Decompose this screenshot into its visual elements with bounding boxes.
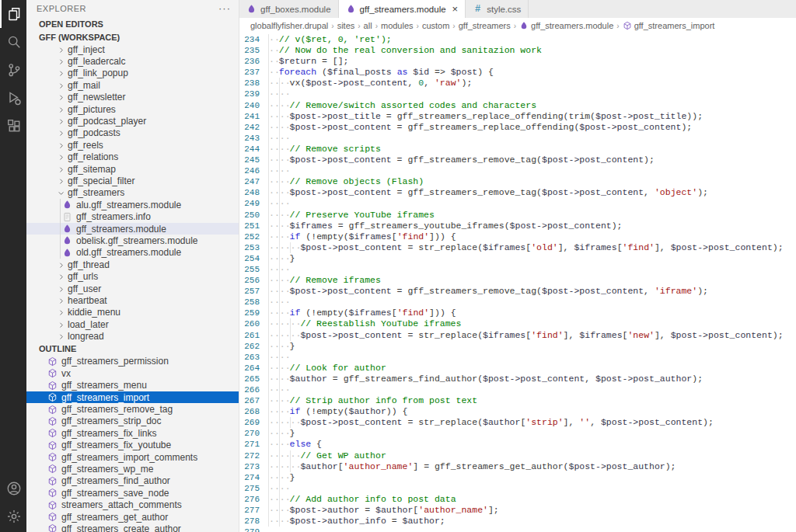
code-line-256[interactable]: 256····// Remove iframes bbox=[239, 275, 796, 286]
code-line-257[interactable]: 257····$post->post_content = gff_streame… bbox=[239, 286, 796, 297]
activity-bar-item-settings[interactable] bbox=[0, 502, 26, 530]
activity-bar-item-explorer[interactable] bbox=[0, 0, 26, 28]
code-editor[interactable]: 234··// v($ret, 0, 'ret');235··// Now do… bbox=[239, 33, 796, 532]
code-line-261[interactable]: 261······$post->post_content = str_repla… bbox=[239, 330, 796, 341]
workspace-header[interactable]: GFF (WORKSPACE) bbox=[26, 30, 239, 43]
code-line-250[interactable]: 250····// Preserve YouTube iframes bbox=[239, 210, 796, 221]
code-line-263[interactable]: 263···· bbox=[239, 352, 796, 363]
tree-item-gff-sitemap[interactable]: gff_sitemap bbox=[26, 163, 239, 175]
code-line-278[interactable]: 278····$post->author_info = $author; bbox=[239, 516, 796, 527]
tree-item-longread[interactable]: longread bbox=[26, 330, 239, 342]
tree-item-old-gff-streamers-module[interactable]: old.gff_streamers.module bbox=[26, 247, 239, 259]
open-editors-header[interactable]: OPEN EDITORS bbox=[26, 17, 239, 30]
code-line-239[interactable]: 239···· bbox=[239, 89, 796, 99]
code-line-242[interactable]: 242····$post->post_content = gff_streame… bbox=[239, 122, 796, 133]
code-line-235[interactable]: 235··// Now do the real conversion and s… bbox=[239, 45, 796, 56]
code-line-272[interactable]: 272······// Get WP author bbox=[239, 450, 796, 461]
code-line-238[interactable]: 238····vx($post->post_content, 0, 'raw')… bbox=[239, 78, 796, 89]
code-line-237[interactable]: 237··foreach ($final_posts as $id => $po… bbox=[239, 67, 796, 78]
outline-item-gff-streamers-find-author[interactable]: gff_streamers_find_author bbox=[26, 475, 239, 487]
code-line-268[interactable]: 268····if (!empty($author)) { bbox=[239, 406, 796, 417]
outline-item-gff-streamers-permission[interactable]: gff_streamers_permission bbox=[26, 356, 239, 367]
activity-bar-item-extensions[interactable] bbox=[0, 112, 26, 140]
breadcrumb-item-gff-streamers[interactable]: gff_streamers bbox=[459, 21, 511, 30]
breadcrumb-item-globalflyfisher-drupal[interactable]: globalflyfisher.drupal bbox=[250, 21, 328, 30]
tree-item-gff-streamers-module[interactable]: gff_streamers.module bbox=[26, 223, 239, 235]
tree-item-heartbeat[interactable]: heartbeat bbox=[26, 294, 239, 306]
code-line-262[interactable]: 262····} bbox=[239, 341, 796, 352]
code-line-260[interactable]: 260······// Reestablish YouTube iframes bbox=[239, 318, 796, 329]
tree-item-gff-leadercalc[interactable]: gff_leadercalc bbox=[26, 55, 239, 67]
code-line-246[interactable]: 246···· bbox=[239, 165, 796, 176]
breadcrumb-item-gff-streamers-module[interactable]: gff_streamers.module bbox=[519, 21, 613, 30]
code-line-249[interactable]: 249···· bbox=[239, 198, 796, 209]
code-line-243[interactable]: 243···· bbox=[239, 133, 796, 144]
code-line-247[interactable]: 247····// Remove objects (Flash) bbox=[239, 176, 796, 187]
tree-item-gff-special-filter[interactable]: gff_special_filter bbox=[26, 175, 239, 186]
outline-item-vx[interactable]: vx bbox=[26, 367, 239, 379]
outline-item-gff-streamers-wp-me[interactable]: gff_streamers_wp_me bbox=[26, 463, 239, 475]
tree-item-kiddie-menu[interactable]: kiddie_menu bbox=[26, 307, 239, 318]
breadcrumb-item-gff-streamers-import[interactable]: gff_streamers_import bbox=[623, 21, 715, 30]
code-line-240[interactable]: 240····// Remove/switch assorted codes a… bbox=[239, 100, 796, 111]
outline-item-gff-streamers-import-comments[interactable]: gff_streamers_import_comments bbox=[26, 451, 239, 463]
tree-item-gff-podcasts[interactable]: gff_podcasts bbox=[26, 127, 239, 139]
code-line-245[interactable]: 245····$post->post_content = gff_streame… bbox=[239, 155, 796, 165]
code-line-255[interactable]: 255···· bbox=[239, 264, 796, 275]
tree-item-gff-newsletter[interactable]: gff_newsletter bbox=[26, 92, 239, 103]
code-line-274[interactable]: 274····} bbox=[239, 472, 796, 483]
outline-item-gff-streamers-remove-tag[interactable]: gff_streamers_remove_tag bbox=[26, 403, 239, 415]
code-line-241[interactable]: 241····$post->post_title = gff_streamers… bbox=[239, 111, 796, 122]
outline-item-gff-streamers-import[interactable]: gff_streamers_import bbox=[26, 391, 239, 403]
outline-item-gff-streamers-get-author[interactable]: gff_streamers_get_author bbox=[26, 511, 239, 523]
more-actions-icon[interactable]: ··· bbox=[218, 5, 231, 12]
code-line-267[interactable]: 267····// Strip author info from post te… bbox=[239, 395, 796, 406]
code-line-266[interactable]: 266···· bbox=[239, 384, 796, 395]
code-line-259[interactable]: 259····if (!empty($iframes['find'])) { bbox=[239, 308, 796, 318]
tree-item-load-later[interactable]: load_later bbox=[26, 318, 239, 330]
close-icon[interactable]: × bbox=[452, 4, 459, 14]
tree-item-gff-relations[interactable]: gff_relations bbox=[26, 151, 239, 163]
code-line-279[interactable]: 279 bbox=[239, 527, 796, 532]
breadcrumb-item-modules[interactable]: modules bbox=[381, 21, 414, 30]
code-line-271[interactable]: 271····else { bbox=[239, 439, 796, 450]
outline-item-streamers-attach-comments[interactable]: streamers_attach_comments bbox=[26, 499, 239, 510]
breadcrumb-item-custom[interactable]: custom bbox=[422, 21, 449, 30]
tree-item-gff-streamers[interactable]: gff_streamers bbox=[26, 187, 239, 199]
code-line-265[interactable]: 265····$author = gff_streamers_find_auth… bbox=[239, 374, 796, 384]
code-line-251[interactable]: 251····$iframes = gff_streamers_youtube_… bbox=[239, 221, 796, 231]
outline-item-gff-streamers-fix-youtube[interactable]: gff_streamers_fix_youtube bbox=[26, 440, 239, 451]
tree-item-gff-inject[interactable]: gff_inject bbox=[26, 43, 239, 55]
outline-item-gff-streamers-fix-links[interactable]: gff_streamers_fix_links bbox=[26, 427, 239, 439]
breadcrumb-item-all[interactable]: all bbox=[364, 21, 372, 30]
outline-item-gff-streamers-save-node[interactable]: gff_streamers_save_node bbox=[26, 487, 239, 499]
tree-item-gff-link-popup[interactable]: gff_link_popup bbox=[26, 68, 239, 79]
code-line-258[interactable]: 258···· bbox=[239, 297, 796, 308]
tree-item-gff-reels[interactable]: gff_reels bbox=[26, 139, 239, 151]
code-line-253[interactable]: 253······$post->post_content = str_repla… bbox=[239, 242, 796, 253]
outline-item-gff-streamers-strip-doc[interactable]: gff_streamers_strip_doc bbox=[26, 416, 239, 427]
outline-item-gff-streamers-menu[interactable]: gff_streamers_menu bbox=[26, 380, 239, 391]
code-line-236[interactable]: 236··$return = []; bbox=[239, 56, 796, 67]
breadcrumb-item-sites[interactable]: sites bbox=[337, 21, 355, 30]
tree-item-gff-user[interactable]: gff_user bbox=[26, 283, 239, 294]
tab-gff-boxes-module[interactable]: gff_boxes.module bbox=[239, 0, 339, 18]
outline-header[interactable]: OUTLINE bbox=[26, 342, 239, 356]
code-line-269[interactable]: 269······$post->post_content = str_repla… bbox=[239, 417, 796, 428]
tree-item-gff-urls[interactable]: gff_urls bbox=[26, 270, 239, 282]
code-line-264[interactable]: 264····// Look for author bbox=[239, 363, 796, 374]
code-line-252[interactable]: 252····if (!empty($iframes['find'])) { bbox=[239, 231, 796, 242]
tree-item-alu-gff-streamers-module[interactable]: alu.gff_streamers.module bbox=[26, 199, 239, 210]
tree-item-gff-pictures[interactable]: gff_pictures bbox=[26, 103, 239, 115]
code-line-254[interactable]: 254····} bbox=[239, 253, 796, 264]
tab-style-css[interactable]: #style.css bbox=[466, 0, 529, 18]
code-line-273[interactable]: 273······$author['author_name'] = gff_st… bbox=[239, 461, 796, 472]
code-line-276[interactable]: 276····// Add author info to post data bbox=[239, 494, 796, 505]
activity-bar-item-search[interactable] bbox=[0, 28, 26, 56]
outline-item-gff-streamers-create-author[interactable]: gff_streamers_create_author bbox=[26, 523, 239, 532]
code-line-277[interactable]: 277····$post->author = $author['author_n… bbox=[239, 505, 796, 516]
activity-bar-item-source-control[interactable] bbox=[0, 56, 26, 84]
tab-gff-streamers-module[interactable]: gff_streamers.module× bbox=[339, 0, 466, 18]
tree-item-gff-streamers-info[interactable]: gff_streamers.info bbox=[26, 210, 239, 222]
activity-bar-item-run-debug[interactable] bbox=[0, 84, 26, 112]
